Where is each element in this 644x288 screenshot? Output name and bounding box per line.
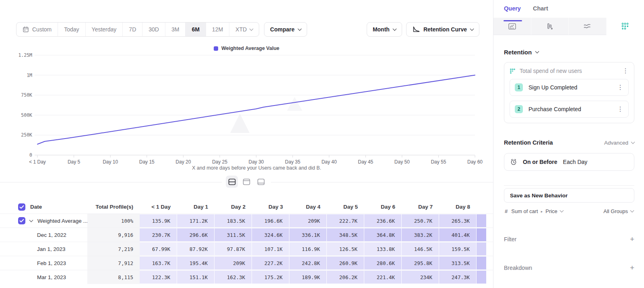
metric-property-dropdown[interactable]: Sum of cart ▸ Price [511, 208, 563, 214]
retention-value-cell: 171.2K [177, 214, 215, 228]
retention-value-cell: 364.8K [364, 228, 402, 242]
retention-icon[interactable] [607, 18, 644, 35]
overflow-value-cell [477, 256, 486, 270]
step-menu-button[interactable]: ⋮ [617, 106, 623, 112]
retention-value-cell: 280.6K [364, 256, 402, 270]
step-number-badge: 1 [515, 83, 523, 91]
y-axis-tick-label: 0 [29, 152, 32, 158]
range-option-today[interactable]: Today [58, 23, 85, 36]
range-option-3m[interactable]: 3M [165, 23, 185, 36]
table-summary-row: Weighted Average ...100%135.9K171.2K183.… [0, 213, 493, 228]
range-option-custom[interactable]: Custom [17, 23, 58, 36]
calendar-icon [23, 26, 29, 33]
add-breakdown-button[interactable]: + [630, 264, 634, 271]
range-option-12m[interactable]: 12M [206, 23, 229, 36]
y-axis-tick-label: 1M [27, 73, 32, 78]
range-option-6m[interactable]: 6M [185, 23, 205, 36]
add-filter-button[interactable]: + [630, 235, 634, 243]
retention-curve-line [37, 75, 475, 144]
row-date-cell: Mar 1, 2023 [28, 270, 87, 284]
retention-value-cell: 336.1K [289, 228, 327, 242]
funnels-icon[interactable] [531, 18, 569, 35]
filter-section: Filter + [504, 235, 634, 243]
column-header-label: Date [30, 204, 42, 210]
compare-button[interactable]: Compare [264, 22, 307, 37]
retention-value-cell: 260.9K [327, 256, 364, 270]
range-option-label: 7D [129, 26, 136, 33]
breakdown-section: Breakdown + [504, 264, 634, 271]
layout-split-view-button[interactable] [226, 176, 238, 188]
step-menu-button[interactable]: ⋮ [617, 84, 623, 91]
y-axis-tick-label: 250K [21, 132, 32, 138]
range-option-30d[interactable]: 30D [142, 23, 165, 36]
granularity-button[interactable]: Month [367, 22, 402, 37]
report-section-label: Retention [504, 49, 532, 56]
range-option-7d[interactable]: 7D [122, 23, 142, 36]
x-axis-tick-label: < 1 Day [29, 159, 46, 165]
metric-event-label: Sum of cart [511, 208, 538, 214]
row-label: Weighted Average ... [37, 218, 87, 224]
advanced-mode-dropdown[interactable]: Advanced [604, 140, 634, 146]
retention-value-cell: 227.2K [252, 256, 289, 270]
behavior-step-1[interactable]: 1 Sign Up Completed ⋮ [510, 79, 629, 96]
retention-value-cell: 146.5K [402, 242, 439, 256]
range-option-label: Custom [32, 26, 52, 33]
overflow-value-cell [477, 242, 486, 256]
save-as-new-behavior-button[interactable]: Save as New Behavior [504, 188, 634, 203]
row-checkbox-cell [0, 256, 28, 270]
retention-value-cell: 87.92K [177, 242, 215, 256]
query-sidebar: Query Chart [493, 0, 644, 288]
select-all-checkbox[interactable] [18, 203, 25, 211]
row-checkbox[interactable] [18, 217, 25, 224]
retention-value-cell: 209K [215, 256, 252, 270]
sidebar-content: Retention Total spend of new users ⋮ 1 S… [493, 49, 644, 271]
row-date-cell: Jan 1, 2023 [28, 242, 87, 256]
retention-value-cell: 250.7K [402, 214, 439, 228]
layout-table-view-button[interactable] [240, 176, 252, 188]
x-axis-tick-label: Day 15 [139, 159, 155, 165]
column-header-day: Day 6 [364, 200, 402, 213]
report-main-panel: CustomTodayYesterday7D30D3M6M12MXTD Comp… [0, 0, 493, 288]
chevron-down-icon [470, 27, 474, 31]
column-header-day: Day 8 [439, 200, 477, 213]
retention-value-cell: 122.3K [140, 270, 177, 284]
row-label: Dec 1, 2022 [37, 232, 66, 238]
column-header-date: Date [28, 200, 87, 213]
behavior-menu-button[interactable]: ⋮ [622, 68, 629, 74]
chart-type-button[interactable]: Retention Curve [406, 22, 479, 37]
tab-chart-label: Chart [533, 5, 548, 12]
report-section-selector[interactable]: Retention [504, 49, 634, 56]
x-axis-tick-label: Day 5 [68, 159, 80, 165]
chart-type-label: Retention Curve [423, 26, 467, 33]
retention-value-cell: 183.5K [215, 214, 252, 228]
retention-criteria-card[interactable]: On or Before Each Day [504, 153, 634, 171]
x-axis-tick-label: Day 40 [322, 159, 337, 165]
table-row: Mar 1, 20238,115122.3K151.1K162.3K175.2K… [0, 270, 493, 284]
range-option-yesterday[interactable]: Yesterday [85, 23, 123, 36]
behavior-title: Total spend of new users [520, 68, 582, 74]
flows-icon[interactable] [569, 18, 607, 35]
chart-x-axis-title: X and more days before your Users came b… [20, 165, 493, 171]
retention-value-cell: 209K [289, 214, 327, 228]
metric-property-label: Price [545, 208, 557, 214]
total-profiles-cell: 8,115 [87, 270, 140, 284]
retention-value-cell: 348.5K [327, 228, 364, 242]
chevron-down-icon [559, 209, 564, 213]
layout-chart-view-button[interactable] [255, 176, 267, 188]
retention-curve-icon [412, 26, 420, 33]
retention-value-cell: 163.7K [140, 256, 177, 270]
range-option-xtd[interactable]: XTD [229, 23, 259, 36]
behavior-step-2[interactable]: 2 Purchase Completed ⋮ [510, 101, 629, 118]
tab-chart[interactable]: Chart [533, 5, 548, 18]
expand-row-caret-icon[interactable] [29, 218, 33, 222]
y-axis-tick-label: 1.25M [18, 52, 32, 58]
all-groups-dropdown[interactable]: All Groups [603, 208, 634, 214]
row-date-cell: Feb 1, 2023 [28, 256, 87, 270]
retention-value-cell: 196.6K [252, 214, 289, 228]
legend-swatch [214, 46, 218, 51]
tab-query[interactable]: Query [504, 5, 521, 18]
range-option-label: Today [64, 26, 79, 33]
x-axis-tick-label: Day 20 [175, 159, 191, 165]
retention-value-cell: 324.6K [252, 228, 289, 242]
retention-table: DateTotal Profile(s)< 1 DayDay 1Day 2Day… [0, 200, 493, 284]
